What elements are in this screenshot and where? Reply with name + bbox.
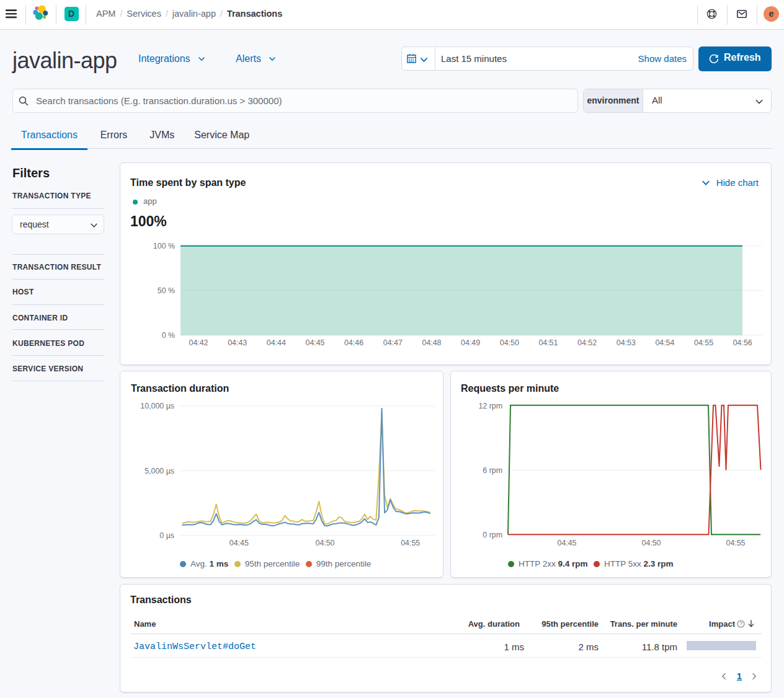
svg-text:04:56: 04:56 (733, 338, 752, 347)
svg-text:04:48: 04:48 (422, 338, 441, 347)
svg-text:04:51: 04:51 (538, 338, 558, 347)
svg-text:04:45: 04:45 (305, 338, 324, 347)
svg-text:04:55: 04:55 (694, 338, 713, 347)
svg-text:04:50: 04:50 (315, 539, 334, 547)
svg-text:0 %: 0 % (162, 331, 175, 340)
svg-text:04:46: 04:46 (344, 338, 363, 347)
svg-text:04:43: 04:43 (228, 338, 247, 347)
svg-text:6 rpm: 6 rpm (483, 466, 502, 475)
svg-text:04:49: 04:49 (461, 338, 480, 347)
svg-text:50 %: 50 % (158, 286, 175, 295)
svg-text:04:42: 04:42 (189, 338, 208, 347)
svg-text:100 %: 100 % (153, 242, 175, 250)
svg-text:?: ? (739, 621, 742, 627)
svg-text:04:47: 04:47 (383, 338, 403, 347)
svg-text:04:45: 04:45 (557, 539, 576, 547)
svg-text:04:50: 04:50 (641, 539, 661, 547)
svg-text:04:45: 04:45 (229, 539, 249, 547)
svg-text:12 rpm: 12 rpm (478, 402, 502, 410)
svg-text:04:44: 04:44 (267, 338, 286, 347)
svg-text:0 rpm: 0 rpm (483, 531, 502, 539)
svg-text:04:53: 04:53 (617, 338, 636, 347)
svg-text:5,000 µs: 5,000 µs (145, 467, 174, 475)
svg-text:04:54: 04:54 (655, 338, 674, 347)
svg-text:04:50: 04:50 (500, 338, 519, 347)
svg-text:04:55: 04:55 (401, 539, 420, 547)
svg-text:04:55: 04:55 (726, 539, 745, 547)
svg-text:04:52: 04:52 (577, 338, 597, 347)
svg-text:10,000 µs: 10,000 µs (140, 402, 174, 410)
svg-text:0 µs: 0 µs (159, 531, 174, 540)
